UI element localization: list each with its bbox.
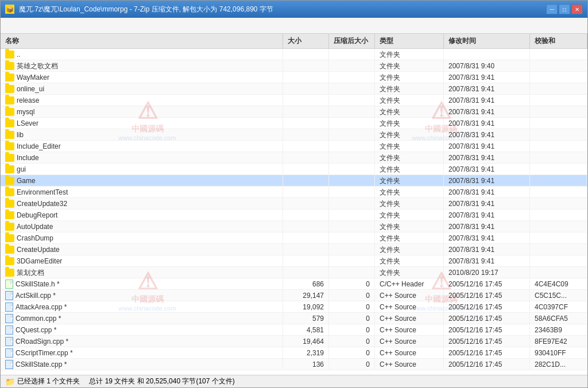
file-modified-cell: 2007/8/31 9:41	[444, 221, 530, 232]
file-name-cell: CSkillState.h *	[1, 278, 283, 290]
file-modified-cell: 2007/8/31 9:41	[444, 187, 530, 198]
folder-icon	[5, 257, 14, 265]
table-row[interactable]: CScriptTimer.cpp *2,3190C++ Source2005/1…	[1, 347, 587, 359]
file-checksum-cell	[530, 209, 587, 221]
table-row[interactable]: CreateUpdate文件夹2007/8/31 9:41	[1, 244, 587, 255]
maximize-button[interactable]: □	[559, 4, 570, 14]
file-checksum-cell: 23463B9	[530, 324, 587, 336]
file-compsize-cell	[329, 60, 375, 72]
file-type-cell: 文件夹	[375, 221, 444, 232]
file-name-text: WayMaker	[17, 72, 49, 83]
file-name-cell: Include	[1, 152, 283, 164]
close-button[interactable]: ✕	[571, 4, 583, 14]
file-name-text: Game	[17, 175, 36, 187]
file-size-cell	[283, 141, 329, 152]
table-row[interactable]: CreateUpdate32文件夹2007/8/31 9:41	[1, 198, 587, 209]
window-controls: ─ □ ✕	[546, 4, 583, 14]
table-row[interactable]: 英雄之歌文档文件夹2007/8/31 9:40	[1, 60, 587, 72]
file-icon	[5, 325, 13, 335]
file-name-cell: CScriptTimer.cpp *	[1, 347, 283, 359]
file-name-text: ..	[17, 49, 21, 60]
folder-icon	[5, 234, 14, 242]
table-row[interactable]: Include_Editer文件夹2007/8/31 9:41	[1, 141, 587, 152]
window-title: 魔兀.7z\魔兀\Loulan_Code\mmorpg - 7-Zip 压缩文件…	[19, 5, 541, 14]
file-name-text: 3DGameEditer	[17, 255, 62, 267]
file-type-cell: 文件夹	[375, 95, 444, 106]
table-row[interactable]: CSkillState.cpp *1360C++ Source2005/12/1…	[1, 359, 587, 370]
file-type-cell: 文件夹	[375, 232, 444, 244]
table-row[interactable]: 策划文档文件夹2010/8/20 19:17	[1, 267, 587, 278]
file-size-cell	[283, 83, 329, 95]
file-modified-cell: 2005/12/16 17:45	[444, 336, 530, 347]
file-name-cell: CRoadSign.cpp *	[1, 336, 283, 347]
table-row[interactable]: LSever文件夹2007/8/31 9:41	[1, 118, 587, 129]
table-row[interactable]: 3DGameEditer文件夹2007/8/31 9:41	[1, 255, 587, 267]
file-size-cell: 19,092	[283, 301, 329, 313]
file-type-cell: 文件夹	[375, 83, 444, 95]
file-size-cell: 579	[283, 313, 329, 324]
minimize-button[interactable]: ─	[546, 4, 558, 14]
file-checksum-cell: 58A6CFA5	[530, 313, 587, 324]
app-icon: 📦	[5, 5, 14, 14]
file-name-text: gui	[17, 164, 26, 175]
table-row[interactable]: mysql文件夹2007/8/31 9:41	[1, 106, 587, 118]
file-name-text: CreateUpdate32	[17, 198, 67, 209]
table-row[interactable]: online_ui文件夹2007/8/31 9:41	[1, 83, 587, 95]
file-icon	[5, 360, 13, 369]
table-row[interactable]: Include文件夹2007/8/31 9:41	[1, 152, 587, 164]
table-row[interactable]: CSkillState.h *6860C/C++ Header2005/12/1…	[1, 278, 587, 290]
file-modified-cell: 2005/12/16 17:45	[444, 324, 530, 336]
file-compsize-cell	[329, 83, 375, 95]
file-icon	[5, 302, 13, 312]
file-name-text: 策划文档	[17, 267, 44, 278]
table-row[interactable]: AutoUpdate文件夹2007/8/31 9:41	[1, 221, 587, 232]
col-header-compsize: 压缩后大小	[329, 34, 375, 48]
file-name-cell: 英雄之歌文档	[1, 60, 283, 72]
file-compsize-cell: 0	[329, 336, 375, 347]
folder-icon	[5, 142, 14, 150]
file-type-cell: 文件夹	[375, 118, 444, 129]
file-compsize-cell: 0	[329, 347, 375, 359]
table-row[interactable]: EnvironmentTest文件夹2007/8/31 9:41	[1, 187, 587, 198]
file-size-cell	[283, 198, 329, 209]
file-checksum-cell	[530, 129, 587, 141]
table-row[interactable]: WayMaker文件夹2007/8/31 9:41	[1, 72, 587, 83]
title-bar: 📦 魔兀.7z\魔兀\Loulan_Code\mmorpg - 7-Zip 压缩…	[1, 1, 587, 18]
table-row[interactable]: lib文件夹2007/8/31 9:41	[1, 129, 587, 141]
file-checksum-cell	[530, 198, 587, 209]
file-modified-cell: 2005/12/16 17:45	[444, 359, 530, 370]
table-row[interactable]: CrashDump文件夹2007/8/31 9:41	[1, 232, 587, 244]
file-compsize-cell	[329, 164, 375, 175]
table-row[interactable]: Game文件夹2007/8/31 9:41	[1, 175, 587, 187]
status-left: 📁 已经选择 1 个文件夹	[5, 377, 80, 386]
file-name-text: LSever	[17, 118, 38, 129]
file-type-cell: 文件夹	[375, 187, 444, 198]
table-row[interactable]: ..文件夹	[1, 49, 587, 60]
file-name-text: ActSkill.cpp *	[16, 290, 56, 301]
table-row[interactable]: AttackArea.cpp *19,0920C++ Source2005/12…	[1, 301, 587, 313]
file-name-text: lib	[17, 129, 24, 141]
file-compsize-cell	[329, 49, 375, 60]
file-compsize-cell	[329, 118, 375, 129]
file-modified-cell: 2005/12/16 17:45	[444, 290, 530, 301]
file-compsize-cell	[329, 221, 375, 232]
file-type-cell: 文件夹	[375, 152, 444, 164]
status-icon: 📁	[5, 377, 15, 386]
folder-icon	[5, 200, 14, 208]
status-left-text: 已经选择 1 个文件夹	[17, 377, 80, 386]
file-compsize-cell: 0	[329, 324, 375, 336]
table-row[interactable]: release文件夹2007/8/31 9:41	[1, 95, 587, 106]
file-compsize-cell: 0	[329, 290, 375, 301]
table-row[interactable]: Common.cpp *5790C++ Source2005/12/16 17:…	[1, 313, 587, 324]
table-row[interactable]: gui文件夹2007/8/31 9:41	[1, 164, 587, 175]
file-checksum-cell	[530, 164, 587, 175]
col-header-modified: 修改时间	[444, 34, 530, 48]
table-row[interactable]: CRoadSign.cpp *19,4640C++ Source2005/12/…	[1, 336, 587, 347]
file-list[interactable]: ..文件夹英雄之歌文档文件夹2007/8/31 9:40WayMaker文件夹2…	[1, 49, 587, 375]
file-name-cell: CSkillState.cpp *	[1, 359, 283, 370]
table-row[interactable]: ActSkill.cpp *29,1470C++ Source2005/12/1…	[1, 290, 587, 301]
table-row[interactable]: CQuest.cpp *4,5810C++ Source2005/12/16 1…	[1, 324, 587, 336]
file-size-cell: 136	[283, 359, 329, 370]
table-row[interactable]: DebugReport文件夹2007/8/31 9:41	[1, 209, 587, 221]
file-size-cell	[283, 118, 329, 129]
